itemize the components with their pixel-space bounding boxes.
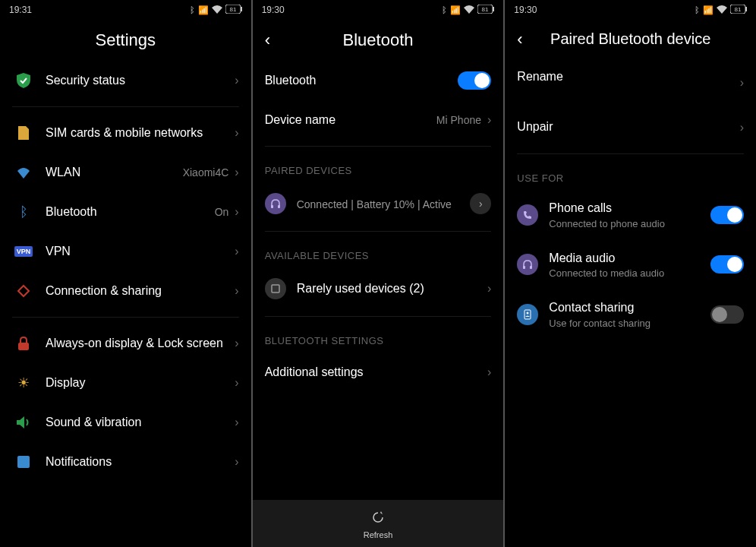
- row-rename[interactable]: Rename ›: [505, 58, 756, 108]
- chevron-right-icon: ›: [235, 376, 238, 390]
- paired-status: Connected | Battery 10% | Active: [297, 198, 471, 210]
- bluetooth-content: Bluetooth Device name Mi Phone › PAIRED …: [253, 61, 504, 500]
- row-phone-calls[interactable]: Phone calls Connected to phone audio: [505, 190, 756, 240]
- row-value: Xiaomi4C: [183, 166, 229, 179]
- chevron-right-icon: ›: [740, 121, 744, 134]
- row-label: Connection & sharing: [46, 283, 235, 299]
- sun-icon: ☀: [12, 375, 35, 391]
- battery-icon: 81: [730, 5, 747, 15]
- row-sound-vibration[interactable]: Sound & vibration ›: [0, 403, 251, 442]
- section-available: AVAILABLE DEVICES: [253, 238, 504, 267]
- row-label: Display: [46, 375, 235, 391]
- row-security-status[interactable]: Security status ›: [0, 61, 251, 100]
- row-contact-sharing[interactable]: Contact sharing Use for contact sharing: [505, 289, 756, 340]
- row-label: Bluetooth: [46, 204, 215, 220]
- chevron-right-icon: ›: [235, 284, 238, 298]
- row-sub: Connected to phone audio: [549, 218, 710, 229]
- row-device-name[interactable]: Device name Mi Phone ›: [253, 100, 504, 140]
- svg-rect-3: [18, 343, 29, 350]
- chevron-right-icon: ›: [235, 455, 238, 469]
- row-additional-settings[interactable]: Additional settings ›: [253, 353, 504, 392]
- row-sim-cards[interactable]: SIM cards & mobile networks ›: [0, 113, 251, 153]
- headphones-icon: [265, 193, 286, 214]
- svg-rect-10: [272, 285, 279, 292]
- row-label: Notifications: [46, 454, 235, 470]
- row-bluetooth[interactable]: ᛒ Bluetooth On ›: [0, 192, 251, 232]
- divider: [265, 316, 492, 317]
- refresh-button[interactable]: Refresh: [253, 500, 504, 547]
- divider: [517, 153, 744, 154]
- vpn-icon: VPN: [12, 246, 35, 257]
- chevron-right-icon: ›: [235, 337, 238, 350]
- chevron-right-icon: ›: [235, 245, 238, 258]
- phone-calls-toggle[interactable]: [710, 206, 744, 224]
- row-media-audio[interactable]: Media audio Connected to media audio: [505, 240, 756, 290]
- header: Settings: [0, 20, 251, 61]
- section-use-for: USE FOR: [505, 160, 756, 190]
- divider: [12, 317, 239, 318]
- row-label: Phone calls: [549, 201, 710, 217]
- page-title: Bluetooth: [343, 30, 414, 50]
- signal-icon: 📶: [450, 5, 461, 15]
- device-icon: [265, 278, 286, 299]
- shield-icon: [12, 73, 35, 88]
- svg-rect-16: [524, 310, 531, 319]
- row-label: SIM cards & mobile networks: [46, 125, 235, 141]
- bluetooth-toggle[interactable]: [458, 71, 491, 90]
- headphones-icon: [517, 254, 538, 275]
- row-vpn[interactable]: VPN VPN ›: [0, 232, 251, 271]
- svg-text:81: 81: [229, 6, 236, 13]
- section-paired: PAIRED DEVICES: [253, 153, 504, 182]
- row-connection-sharing[interactable]: Connection & sharing ›: [0, 271, 251, 311]
- status-bar: 19:31 ᛒ 📶 81: [0, 0, 251, 20]
- svg-rect-14: [523, 266, 525, 269]
- row-wlan[interactable]: WLAN Xiaomi4C ›: [0, 153, 251, 192]
- row-always-on-display[interactable]: Always-on display & Lock screen ›: [0, 324, 251, 363]
- row-label: VPN: [46, 244, 235, 260]
- svg-text:81: 81: [482, 6, 489, 13]
- svg-rect-15: [530, 266, 532, 269]
- svg-text:81: 81: [735, 6, 742, 13]
- wifi-icon: [212, 5, 222, 15]
- row-label: Sound & vibration: [46, 415, 235, 431]
- row-display[interactable]: ☀ Display ›: [0, 363, 251, 403]
- row-notifications[interactable]: Notifications ›: [0, 442, 251, 482]
- status-icons: ᛒ 📶 81: [695, 5, 747, 15]
- row-unpair[interactable]: Unpair ›: [505, 108, 756, 147]
- bluetooth-screen: 19:30 ᛒ 📶 81 ‹ Bluetooth Bluetooth Devic…: [253, 0, 504, 547]
- sound-icon: [12, 416, 35, 428]
- row-label: Bluetooth: [265, 73, 458, 89]
- bluetooth-status-icon: ᛒ: [190, 5, 195, 14]
- chevron-right-icon: ›: [487, 282, 491, 296]
- section-bt-settings: BLUETOOTH SETTINGS: [253, 323, 504, 353]
- svg-rect-1: [241, 7, 242, 11]
- media-audio-toggle[interactable]: [710, 255, 744, 274]
- svg-rect-8: [271, 205, 273, 208]
- row-rarely-used[interactable]: Rarely used devices (2) ›: [253, 267, 504, 310]
- device-details-button[interactable]: ›: [470, 193, 491, 214]
- svg-rect-6: [493, 7, 494, 11]
- row-paired-device[interactable]: Connected | Battery 10% | Active ›: [253, 182, 504, 225]
- status-icons: ᛒ 📶 81: [190, 5, 242, 15]
- notifications-icon: [12, 456, 35, 468]
- back-button[interactable]: ‹: [265, 30, 270, 50]
- chevron-right-icon: ›: [235, 416, 238, 429]
- row-label: Additional settings: [265, 365, 487, 381]
- chevron-right-icon: ›: [487, 365, 491, 379]
- chevron-right-icon: ›: [487, 113, 491, 127]
- wifi-icon: [717, 5, 727, 15]
- share-icon: [12, 284, 35, 298]
- settings-list: Security status › SIM cards & mobile net…: [0, 61, 251, 547]
- contact-icon: [517, 304, 538, 325]
- row-bluetooth-toggle[interactable]: Bluetooth: [253, 61, 504, 100]
- svg-rect-9: [278, 205, 280, 208]
- row-label: Security status: [46, 73, 235, 89]
- bluetooth-status-icon: ᛒ: [442, 5, 447, 14]
- back-button[interactable]: ‹: [517, 30, 522, 49]
- contact-sharing-toggle[interactable]: [710, 305, 744, 324]
- lock-icon: [12, 337, 35, 350]
- row-value: Mi Phone: [436, 114, 481, 126]
- bluetooth-icon: ᛒ: [12, 204, 35, 220]
- chevron-right-icon: ›: [235, 74, 238, 87]
- divider: [265, 146, 492, 147]
